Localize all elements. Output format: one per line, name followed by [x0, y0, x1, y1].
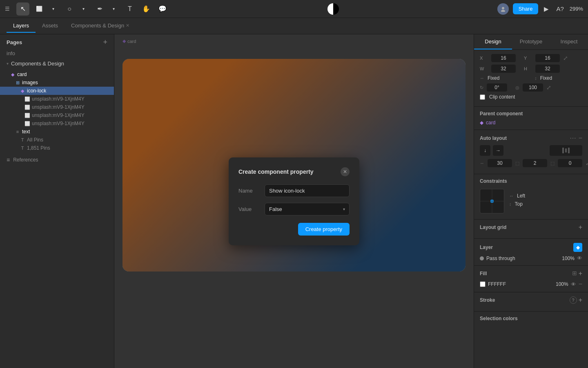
modal-overlay[interactable]: Create component property ✕ Name Value F… [114, 34, 474, 368]
list-bullet-icon: ≡ [7, 157, 10, 163]
frame-tool[interactable]: ⬜ [33, 2, 46, 16]
tab-assets[interactable]: Assets [36, 19, 65, 33]
frame-dropdown[interactable]: ▾ [47, 2, 60, 16]
contrast-toggle[interactable] [327, 3, 339, 15]
layer-visibility-icon[interactable]: 👁 [577, 255, 582, 261]
parent-component-header: Parent component [480, 111, 582, 117]
layer-name-img-4: unsplash:mV9-1XjnM4Y [32, 121, 85, 126]
blend-mode-value[interactable]: Pass through [486, 256, 559, 261]
image-icon-2: ⬜ [24, 104, 30, 110]
app-menu[interactable]: ☰ [5, 6, 10, 12]
hand-tool[interactable]: ✋ [140, 2, 153, 16]
fill-hex-value: FFFFFF [488, 281, 553, 287]
arrow-down-btn[interactable]: ↓ [480, 145, 490, 156]
auto-layout-direction: ↓ → [480, 145, 582, 156]
y-input[interactable] [535, 54, 560, 62]
auto-layout-minus-icon[interactable]: − [579, 135, 582, 142]
opacity-expand-icon[interactable]: ⤢ [546, 84, 551, 91]
layer-name-img-3: unsplash:mV9-1XjnM4Y [32, 112, 85, 118]
tab-prototype[interactable]: Prototype [512, 34, 550, 49]
blend-mode-row: Pass through 100% 👁 [480, 255, 582, 261]
tab-inspect[interactable]: Inspect [550, 34, 588, 49]
dropdown-chevron-icon: ▾ [343, 207, 345, 211]
tab-design[interactable]: Design [474, 34, 512, 49]
code-button[interactable]: A? [555, 4, 565, 14]
clip-content-checkbox[interactable] [480, 94, 485, 100]
auto-layout-padding-h-input[interactable] [523, 159, 547, 167]
parent-component-link[interactable]: ◆ card [480, 120, 582, 126]
layer-item-icon-lock[interactable]: ◆ icon-lock [0, 87, 114, 95]
text-tool[interactable]: T [123, 2, 136, 16]
layer-item-all-pins[interactable]: T All Pins [0, 136, 114, 144]
toolbar-center [172, 3, 494, 15]
shapes-tool[interactable]: ○ [63, 2, 76, 16]
comment-tool[interactable]: 💬 [156, 2, 169, 16]
select-tool[interactable]: ↖ [16, 2, 29, 16]
layer-name-card: card [17, 72, 27, 77]
create-property-button[interactable]: Create property [298, 223, 350, 236]
auto-layout-padding-v-input[interactable] [558, 159, 582, 167]
clip-content-row[interactable]: Clip content [480, 94, 582, 100]
page-item-info[interactable]: info [0, 48, 114, 58]
stroke-section: Stroke ? + [474, 292, 588, 312]
layer-item-1851-pins[interactable]: T 1,851 Pins [0, 144, 114, 152]
fill-visibility-icon[interactable]: 👁 [571, 281, 576, 287]
fill-grid-icon[interactable]: ⊞ [572, 270, 577, 277]
rotation-input[interactable] [487, 83, 507, 92]
layer-name-img-2: unsplash:mV9-1XjnM4Y [32, 104, 85, 110]
distribution-control[interactable] [550, 145, 582, 156]
opacity-input[interactable] [523, 83, 543, 92]
zoom-level[interactable]: 299% [570, 6, 583, 12]
modal-close-button[interactable]: ✕ [341, 167, 350, 176]
menu-icon[interactable]: ☰ [5, 6, 10, 12]
play-button[interactable]: ▶ [542, 4, 550, 14]
y-label: Y [524, 56, 534, 61]
tab-layers[interactable]: Layers [7, 19, 36, 33]
v-constraint-label: Top [515, 201, 583, 207]
layer-item-img-1[interactable]: ⬜ unsplash:mV9-1XjnM4Y [0, 95, 114, 103]
references-section[interactable]: ≡ References [0, 155, 114, 164]
add-page-button[interactable]: + [103, 38, 107, 46]
layer-item-text[interactable]: ≡ text [0, 128, 114, 136]
fill-add-icon[interactable]: + [579, 270, 582, 277]
auto-layout-spacing-input[interactable] [488, 159, 512, 167]
pen-dropdown[interactable]: ▾ [107, 2, 120, 16]
constraints-controls: ↔ Left ↕ Top [480, 187, 582, 215]
shapes-dropdown[interactable]: ▾ [77, 2, 90, 16]
tab-components-design[interactable]: Components & Design ✕ [65, 19, 136, 33]
layout-grid-add-icon[interactable]: + [579, 224, 582, 231]
fill-color-swatch[interactable] [480, 281, 486, 287]
avatar[interactable] [497, 3, 509, 15]
selection-colors-label: Selection colors [480, 316, 518, 321]
selection-colors-header: Selection colors [480, 316, 582, 321]
tab-close-icon[interactable]: ✕ [126, 23, 129, 28]
share-button[interactable]: Share [513, 3, 539, 14]
help-icon[interactable]: ? [570, 296, 577, 304]
constraint-h-row: ↔ Fixed ↕ Fixed [480, 75, 582, 81]
layer-item-img-3[interactable]: ⬜ unsplash:mV9-1XjnM4Y [0, 111, 114, 119]
resize-icon[interactable]: ⤢ [563, 55, 568, 61]
modal-name-input[interactable] [265, 184, 350, 197]
pen-tool[interactable]: ✒ [93, 2, 106, 16]
h-input[interactable] [535, 65, 560, 73]
x-input[interactable] [491, 54, 516, 62]
layer-item-img-2[interactable]: ⬜ unsplash:mV9-1XjnM4Y [0, 103, 114, 111]
auto-layout-menu-icon[interactable]: ⋯ [570, 134, 576, 142]
page-item-components-design[interactable]: ▾ Components & Design [0, 58, 114, 69]
arrow-right-btn[interactable]: → [493, 145, 503, 156]
fill-remove-icon[interactable]: − [579, 280, 582, 288]
layer-item-images[interactable]: ⊞ images [0, 79, 114, 87]
canvas[interactable]: ◆ card 🔒 32 × 32 [114, 34, 474, 368]
w-input[interactable] [491, 65, 516, 73]
layer-color-swatch[interactable]: ◆ [573, 243, 582, 252]
fill-header: Fill ⊞ + [480, 270, 582, 277]
auto-layout-spacing-row: ↔ ⬚ ⬚ ⤢ [480, 159, 582, 167]
auto-layout-expand-icon[interactable]: ⤢ [586, 160, 588, 166]
layer-item-card[interactable]: ◆ card [0, 70, 114, 79]
modal-value-dropdown[interactable]: False ▾ [265, 203, 350, 215]
tool-group-pen: ✒ ▾ [93, 2, 120, 16]
stroke-add-icon[interactable]: + [579, 296, 582, 304]
image-icon-1: ⬜ [24, 96, 30, 102]
constraint-box[interactable] [480, 189, 504, 213]
layer-item-img-4[interactable]: ⬜ unsplash:mV9-1XjnM4Y [0, 119, 114, 128]
